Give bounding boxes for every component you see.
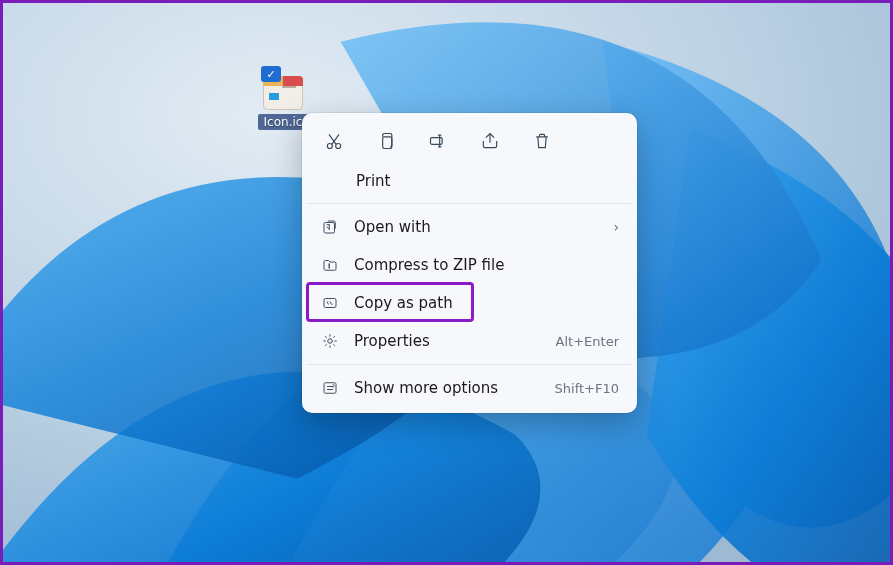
file-icon: ✓ <box>261 66 305 110</box>
menu-item-show-more[interactable]: Show more options Shift+F10 <box>308 369 631 407</box>
menu-label: Copy as path <box>354 294 619 312</box>
rename-icon[interactable] <box>426 129 450 153</box>
delete-icon[interactable] <box>530 129 554 153</box>
svg-point-3 <box>336 144 341 149</box>
properties-icon <box>320 331 340 351</box>
svg-rect-9 <box>324 383 336 394</box>
path-icon <box>320 293 340 313</box>
menu-label: Properties <box>354 332 544 350</box>
quick-actions-row <box>308 119 631 163</box>
menu-item-properties[interactable]: Properties Alt+Enter <box>308 322 631 360</box>
menu-item-print[interactable]: Print <box>308 163 631 199</box>
svg-rect-7 <box>324 299 336 308</box>
submenu-arrow-icon: › <box>613 219 619 235</box>
menu-item-open-with[interactable]: Open with › <box>308 208 631 246</box>
svg-rect-5 <box>431 138 443 145</box>
divider <box>308 364 631 365</box>
copy-icon[interactable] <box>374 129 398 153</box>
menu-label: Show more options <box>354 379 543 397</box>
menu-label: Print <box>356 172 619 190</box>
menu-item-copy-as-path[interactable]: Copy as path <box>308 284 631 322</box>
svg-point-8 <box>328 339 333 344</box>
open-with-icon <box>320 217 340 237</box>
show-more-icon <box>320 378 340 398</box>
menu-label: Open with <box>354 218 601 236</box>
menu-item-compress-zip[interactable]: Compress to ZIP file <box>308 246 631 284</box>
menu-shortcut: Shift+F10 <box>555 381 619 396</box>
file-label: Icon.ic <box>258 114 309 130</box>
context-menu: Print Open with › Compress to ZIP file C… <box>302 113 637 413</box>
cut-icon[interactable] <box>322 129 346 153</box>
menu-label: Compress to ZIP file <box>354 256 619 274</box>
zip-icon <box>320 255 340 275</box>
svg-point-2 <box>327 144 332 149</box>
share-icon[interactable] <box>478 129 502 153</box>
divider <box>308 203 631 204</box>
menu-shortcut: Alt+Enter <box>556 334 619 349</box>
